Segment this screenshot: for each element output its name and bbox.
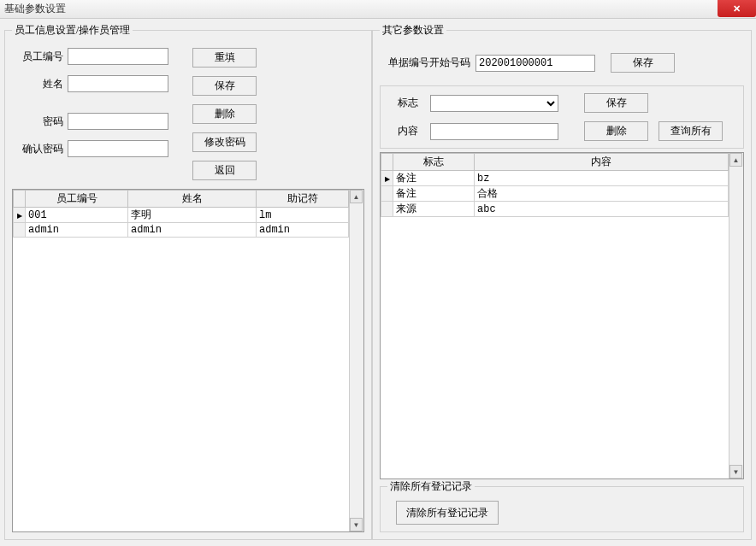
current-row-icon <box>17 208 22 220</box>
delete-tag-button[interactable]: 删除 <box>584 121 648 141</box>
table-row[interactable]: 备注合格 <box>381 186 729 202</box>
clear-records-group: 清除所有登记记录 清除所有登记记录 <box>380 479 744 532</box>
row-indicator <box>14 208 26 223</box>
tag-col-sign[interactable]: 标志 <box>393 154 475 171</box>
employee-grid-corner <box>14 191 26 208</box>
window-title: 基础参数设置 <box>4 2 66 16</box>
cell-emp_no[interactable]: 001 <box>26 208 128 223</box>
start-no-input[interactable] <box>475 55 595 72</box>
cell-mnemonic[interactable]: lm <box>257 208 349 223</box>
other-settings-legend: 其它参数设置 <box>380 23 446 38</box>
row-indicator <box>14 223 26 238</box>
password-label: 密码 <box>12 114 63 129</box>
change-password-button[interactable]: 修改密码 <box>192 132 257 152</box>
employee-grid[interactable]: 员工编号 姓名 助记符 001李明lmadminadminadmin <box>13 190 349 531</box>
window: 基础参数设置 ✕ 员工信息设置/操作员管理 员工编号 姓名 <box>0 0 756 546</box>
content-input[interactable] <box>430 123 558 140</box>
tag-grid[interactable]: 标志 内容 备注bz备注合格来源abc <box>381 153 729 478</box>
employee-grid-wrap: 员工编号 姓名 助记符 001李明lmadminadminadmin ▲ ▼ <box>12 189 364 532</box>
emp-no-label: 员工编号 <box>12 50 63 64</box>
table-row[interactable]: adminadminadmin <box>14 223 349 238</box>
name-label: 姓名 <box>12 77 63 91</box>
client-area: 员工信息设置/操作员管理 员工编号 姓名 密码 <box>0 19 756 546</box>
password-input[interactable] <box>68 113 168 130</box>
refill-button[interactable]: 重填 <box>192 48 257 68</box>
close-icon: ✕ <box>733 3 741 15</box>
clear-records-legend: 清除所有登记记录 <box>387 479 475 494</box>
clear-all-button[interactable]: 清除所有登记记录 <box>396 501 499 525</box>
delete-button[interactable]: 删除 <box>192 104 257 124</box>
scroll-down-icon[interactable]: ▼ <box>729 465 742 478</box>
cell-name[interactable]: 李明 <box>128 208 257 223</box>
employee-settings-group: 员工信息设置/操作员管理 员工编号 姓名 密码 <box>4 23 372 540</box>
employee-form: 员工编号 姓名 密码 确认密码 <box>12 44 364 180</box>
content-label: 内容 <box>398 124 423 138</box>
back-button[interactable]: 返回 <box>192 161 257 180</box>
employee-col-empno[interactable]: 员工编号 <box>26 191 128 208</box>
start-no-label: 单据编号开始号码 <box>388 56 470 70</box>
close-button[interactable]: ✕ <box>718 0 756 17</box>
cell-content[interactable]: abc <box>475 202 729 217</box>
row-indicator <box>381 171 393 186</box>
cell-mnemonic[interactable]: admin <box>257 223 349 238</box>
cell-sign[interactable]: 备注 <box>393 186 475 202</box>
sign-select[interactable] <box>430 95 558 112</box>
scroll-down-icon[interactable]: ▼ <box>350 518 363 531</box>
tag-grid-wrap: 标志 内容 备注bz备注合格来源abc ▲ ▼ <box>380 152 744 479</box>
name-input[interactable] <box>68 75 168 92</box>
tag-grid-scrollbar[interactable]: ▲ ▼ <box>729 153 743 478</box>
employee-col-name[interactable]: 姓名 <box>128 191 257 208</box>
scroll-up-icon[interactable]: ▲ <box>729 153 742 167</box>
table-row[interactable]: 001李明lm <box>14 208 349 223</box>
titlebar[interactable]: 基础参数设置 ✕ <box>0 0 756 19</box>
employee-col-mnemonic[interactable]: 助记符 <box>257 191 349 208</box>
emp-no-input[interactable] <box>68 48 168 65</box>
save-tag-button[interactable]: 保存 <box>584 93 648 113</box>
confirm-password-input[interactable] <box>68 140 168 157</box>
table-row[interactable]: 来源abc <box>381 202 729 217</box>
row-indicator <box>381 186 393 202</box>
tag-grid-corner <box>381 154 393 171</box>
tag-col-content[interactable]: 内容 <box>475 154 729 171</box>
cell-name[interactable]: admin <box>128 223 257 238</box>
save-button[interactable]: 保存 <box>192 76 257 96</box>
scroll-up-icon[interactable]: ▲ <box>350 190 363 203</box>
query-all-button[interactable]: 查询所有 <box>659 121 723 141</box>
cell-sign[interactable]: 来源 <box>393 202 475 217</box>
table-row[interactable]: 备注bz <box>381 171 729 186</box>
save-startno-button[interactable]: 保存 <box>611 53 675 73</box>
confirm-password-label: 确认密码 <box>12 142 63 156</box>
employee-grid-scrollbar[interactable]: ▲ ▼ <box>349 190 363 531</box>
tag-edit-group: 标志 保存 内容 删除 查询所有 <box>380 85 744 149</box>
cell-content[interactable]: 合格 <box>475 186 729 202</box>
cell-content[interactable]: bz <box>475 171 729 186</box>
employee-settings-legend: 员工信息设置/操作员管理 <box>12 23 133 38</box>
other-settings-group: 其它参数设置 单据编号开始号码 保存 标志 保存 内容 删除 <box>372 23 752 540</box>
current-row-icon <box>385 172 390 184</box>
cell-sign[interactable]: 备注 <box>393 171 475 186</box>
cell-emp_no[interactable]: admin <box>26 223 128 238</box>
sign-label: 标志 <box>398 96 423 110</box>
row-indicator <box>381 202 393 217</box>
